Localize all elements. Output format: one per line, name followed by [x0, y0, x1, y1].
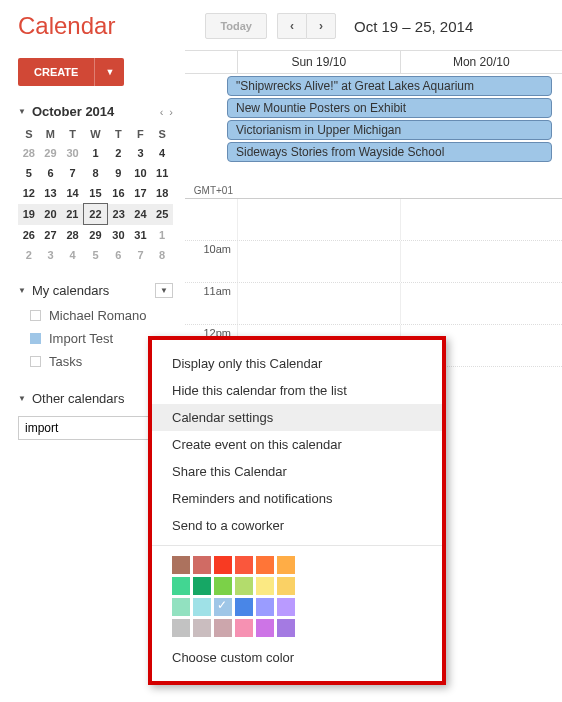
mini-cal-next[interactable]: ›: [169, 106, 173, 118]
allday-event[interactable]: "Shipwrecks Alive!" at Great Lakes Aquar…: [227, 76, 552, 96]
mini-cal-day[interactable]: 6: [107, 245, 130, 265]
next-button[interactable]: ›: [306, 13, 336, 39]
mini-cal-day[interactable]: 12: [18, 183, 40, 204]
context-menu-item[interactable]: Calendar settings: [152, 404, 442, 431]
time-slot[interactable]: [400, 199, 563, 240]
mini-cal-day[interactable]: 23: [107, 204, 130, 225]
color-swatch[interactable]: [214, 598, 232, 616]
mini-cal-day[interactable]: 28: [61, 225, 84, 246]
context-menu-item[interactable]: Hide this calendar from the list: [152, 377, 442, 404]
mini-cal-day[interactable]: 1: [151, 225, 173, 246]
color-swatch[interactable]: [193, 598, 211, 616]
mini-cal-day[interactable]: 30: [107, 225, 130, 246]
choose-custom-color[interactable]: Choose custom color: [152, 644, 442, 671]
mini-cal-day[interactable]: 17: [130, 183, 152, 204]
mini-cal-day[interactable]: 6: [40, 163, 62, 183]
color-swatch[interactable]: [172, 619, 190, 637]
color-swatch[interactable]: [172, 577, 190, 595]
mini-cal-day[interactable]: 1: [84, 143, 107, 163]
time-slot[interactable]: [237, 241, 400, 282]
color-swatch[interactable]: [256, 577, 274, 595]
mini-cal-day[interactable]: 31: [130, 225, 152, 246]
mini-cal-day[interactable]: 13: [40, 183, 62, 204]
context-menu-item[interactable]: Reminders and notifications: [152, 485, 442, 512]
create-dropdown[interactable]: ▼: [94, 58, 124, 86]
mini-cal-prev[interactable]: ‹: [160, 106, 164, 118]
mini-cal-day[interactable]: 22: [84, 204, 107, 225]
color-swatch[interactable]: [235, 619, 253, 637]
mini-cal-day[interactable]: 5: [18, 163, 40, 183]
color-swatch[interactable]: [277, 619, 295, 637]
mini-cal-day[interactable]: 19: [18, 204, 40, 225]
color-swatch[interactable]: [277, 598, 295, 616]
mini-cal-day[interactable]: 20: [40, 204, 62, 225]
time-slot[interactable]: [400, 283, 563, 324]
mini-cal-day[interactable]: 4: [151, 143, 173, 163]
day-header[interactable]: Mon 20/10: [400, 51, 563, 73]
context-menu-item[interactable]: Create event on this calendar: [152, 431, 442, 458]
color-swatch[interactable]: [256, 598, 274, 616]
time-slot[interactable]: [400, 241, 563, 282]
color-swatch[interactable]: [277, 577, 295, 595]
mini-cal-day[interactable]: 7: [130, 245, 152, 265]
mini-cal-day[interactable]: 16: [107, 183, 130, 204]
mini-cal-day[interactable]: 27: [40, 225, 62, 246]
mini-cal-day[interactable]: 24: [130, 204, 152, 225]
day-header[interactable]: Sun 19/10: [237, 51, 400, 73]
mini-cal-day[interactable]: 2: [18, 245, 40, 265]
mini-cal-day[interactable]: 29: [84, 225, 107, 246]
my-calendars-menu-icon[interactable]: ▼: [155, 283, 173, 298]
prev-button[interactable]: ‹: [277, 13, 306, 39]
mini-cal-day[interactable]: 29: [40, 143, 62, 163]
mini-cal-day[interactable]: 28: [18, 143, 40, 163]
calendar-item[interactable]: Michael Romano: [18, 304, 173, 327]
mini-cal-day[interactable]: 5: [84, 245, 107, 265]
mini-cal-day[interactable]: 3: [40, 245, 62, 265]
mini-cal-day[interactable]: 25: [151, 204, 173, 225]
context-menu-item[interactable]: Send to a coworker: [152, 512, 442, 539]
mini-cal-day[interactable]: 8: [84, 163, 107, 183]
mini-cal-day[interactable]: 4: [61, 245, 84, 265]
mini-cal-day[interactable]: 2: [107, 143, 130, 163]
context-menu-item[interactable]: Display only this Calendar: [152, 350, 442, 377]
mini-cal-day[interactable]: 30: [61, 143, 84, 163]
mini-cal-day[interactable]: 8: [151, 245, 173, 265]
color-swatch[interactable]: [235, 598, 253, 616]
calendar-checkbox[interactable]: [30, 333, 41, 344]
color-swatch[interactable]: [172, 556, 190, 574]
mini-cal-day[interactable]: 18: [151, 183, 173, 204]
allday-event[interactable]: Victorianism in Upper Michigan: [227, 120, 552, 140]
color-swatch[interactable]: [256, 619, 274, 637]
mini-cal-day[interactable]: 10: [130, 163, 152, 183]
mini-cal-day[interactable]: 15: [84, 183, 107, 204]
color-swatch[interactable]: [214, 556, 232, 574]
color-swatch[interactable]: [277, 556, 295, 574]
calendar-checkbox[interactable]: [30, 310, 41, 321]
color-swatch[interactable]: [256, 556, 274, 574]
mini-cal-day[interactable]: 26: [18, 225, 40, 246]
color-swatch[interactable]: [193, 577, 211, 595]
mini-cal-day[interactable]: 3: [130, 143, 152, 163]
my-calendars-head[interactable]: ▼ My calendars ▼: [18, 283, 173, 298]
color-swatch[interactable]: [193, 619, 211, 637]
calendar-checkbox[interactable]: [30, 356, 41, 367]
mini-cal-day[interactable]: 21: [61, 204, 84, 225]
color-swatch[interactable]: [172, 598, 190, 616]
mini-cal-day[interactable]: 7: [61, 163, 84, 183]
create-button[interactable]: CREATE: [18, 58, 94, 86]
color-swatch[interactable]: [214, 619, 232, 637]
allday-event[interactable]: Sideways Stories from Wayside School: [227, 142, 552, 162]
time-slot[interactable]: [237, 283, 400, 324]
color-swatch[interactable]: [193, 556, 211, 574]
color-swatch[interactable]: [214, 577, 232, 595]
today-button[interactable]: Today: [205, 13, 267, 39]
allday-event[interactable]: New Mountie Posters on Exhibit: [227, 98, 552, 118]
color-swatch[interactable]: [235, 577, 253, 595]
context-menu-item[interactable]: Share this Calendar: [152, 458, 442, 485]
time-slot[interactable]: [237, 199, 400, 240]
mini-cal-day[interactable]: 11: [151, 163, 173, 183]
color-swatch[interactable]: [235, 556, 253, 574]
mini-cal-day[interactable]: 14: [61, 183, 84, 204]
collapse-icon[interactable]: ▼: [18, 107, 26, 116]
mini-cal-day[interactable]: 9: [107, 163, 130, 183]
